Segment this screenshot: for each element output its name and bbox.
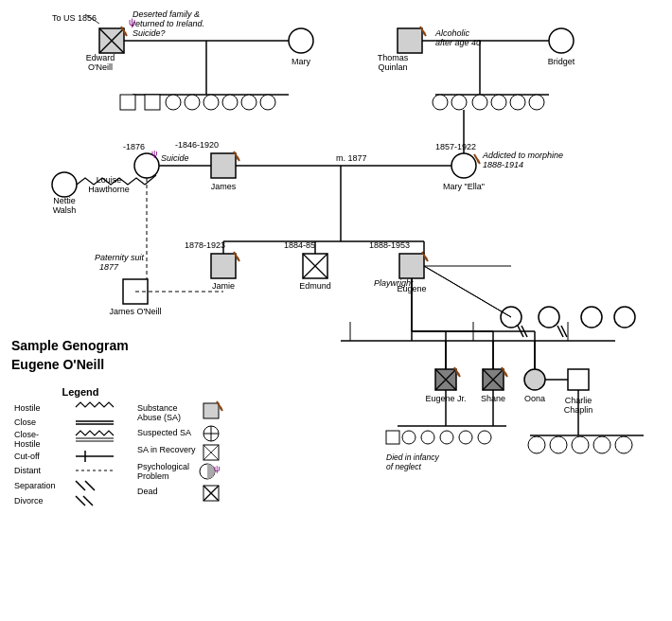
svg-text:Hostile: Hostile — [14, 403, 41, 413]
svg-text:Eugene O'Neill: Eugene O'Neill — [11, 357, 104, 372]
svg-text:1884-85: 1884-85 — [284, 240, 315, 250]
svg-rect-29 — [120, 95, 135, 110]
svg-point-44 — [529, 95, 544, 110]
svg-text:Mary: Mary — [292, 57, 310, 66]
svg-text:1878-1923: 1878-1923 — [185, 240, 225, 250]
svg-text:returned to Ireland.: returned to Ireland. — [133, 19, 204, 28]
svg-text:O'Neill: O'Neill — [88, 62, 113, 72]
svg-text:Edward: Edward — [86, 53, 115, 62]
svg-text:Paternity suit: Paternity suit — [95, 253, 145, 262]
svg-text:Hostile: Hostile — [14, 439, 41, 449]
svg-text:ψ: ψ — [151, 149, 157, 158]
svg-point-133 — [550, 436, 567, 453]
svg-point-123 — [524, 369, 545, 390]
svg-text:Abuse (SA): Abuse (SA) — [137, 413, 181, 422]
svg-point-135 — [593, 436, 610, 453]
svg-point-15 — [289, 28, 313, 53]
svg-rect-0 — [0, 0, 672, 621]
svg-text:Quinlan: Quinlan — [378, 62, 407, 72]
svg-point-35 — [241, 95, 256, 110]
svg-rect-171 — [203, 403, 219, 418]
svg-point-141 — [402, 431, 416, 444]
svg-point-36 — [260, 95, 275, 110]
svg-text:To US 1856: To US 1856 — [52, 13, 97, 23]
svg-rect-140 — [386, 431, 399, 444]
svg-text:Cut-off: Cut-off — [14, 452, 40, 461]
svg-text:Close: Close — [14, 417, 36, 427]
svg-text:James: James — [211, 182, 237, 191]
svg-text:ψ: ψ — [214, 464, 220, 473]
svg-point-32 — [185, 95, 200, 110]
svg-point-40 — [451, 95, 467, 110]
svg-rect-126 — [568, 369, 589, 390]
svg-text:-1876: -1876 — [123, 142, 145, 151]
svg-rect-90 — [399, 254, 424, 278]
svg-text:Close-: Close- — [14, 430, 39, 439]
svg-text:-1846-1920: -1846-1920 — [175, 140, 219, 150]
svg-point-136 — [615, 436, 632, 453]
svg-point-145 — [478, 431, 491, 444]
svg-point-142 — [421, 431, 434, 444]
svg-text:Divorce: Divorce — [14, 496, 44, 506]
svg-point-144 — [459, 431, 472, 444]
svg-text:m. 1877: m. 1877 — [336, 153, 367, 163]
svg-point-42 — [491, 95, 506, 110]
svg-text:Thomas: Thomas — [378, 53, 409, 62]
svg-text:Distant: Distant — [14, 466, 42, 475]
svg-text:Psychological: Psychological — [137, 462, 189, 471]
svg-point-41 — [472, 95, 487, 110]
svg-point-25 — [549, 28, 574, 53]
svg-text:Alcoholic: Alcoholic — [434, 28, 470, 38]
svg-text:Mary "Ella": Mary "Ella" — [443, 182, 485, 191]
svg-text:Sample Genogram: Sample Genogram — [11, 338, 129, 353]
svg-point-43 — [510, 95, 525, 110]
svg-text:1888-1953: 1888-1953 — [369, 240, 410, 250]
svg-text:1877: 1877 — [99, 262, 119, 272]
svg-point-34 — [222, 95, 238, 110]
svg-text:Problem: Problem — [137, 471, 169, 481]
svg-text:SA in Recovery: SA in Recovery — [137, 445, 196, 454]
svg-point-143 — [440, 431, 453, 444]
svg-text:Hawthorne: Hawthorne — [88, 185, 130, 194]
svg-text:Legend: Legend — [62, 386, 98, 398]
svg-text:Suicide: Suicide — [161, 153, 189, 163]
genogram-container: To US 1856 Deserted family & returned to… — [0, 0, 672, 621]
svg-text:Separation: Separation — [14, 481, 56, 490]
svg-text:Walsh: Walsh — [53, 205, 77, 215]
svg-rect-78 — [211, 254, 236, 278]
svg-text:Addicted to morphine: Addicted to morphine — [482, 151, 563, 160]
svg-text:ψ: ψ — [129, 17, 135, 27]
svg-point-33 — [203, 95, 219, 110]
svg-text:Dead: Dead — [137, 487, 158, 496]
svg-text:Bridget: Bridget — [548, 57, 575, 66]
svg-text:Edmund: Edmund — [299, 281, 331, 291]
svg-text:1857-1922: 1857-1922 — [435, 142, 476, 151]
svg-point-51 — [52, 172, 77, 197]
svg-rect-17 — [398, 28, 422, 53]
svg-text:Jamie: Jamie — [212, 281, 235, 291]
svg-text:Deserted family &: Deserted family & — [133, 9, 200, 19]
svg-point-132 — [528, 436, 545, 453]
svg-point-105 — [581, 307, 602, 328]
svg-text:after age 40: after age 40 — [435, 38, 481, 47]
svg-text:Substance: Substance — [137, 403, 178, 413]
svg-point-39 — [433, 95, 448, 110]
svg-rect-30 — [145, 95, 160, 110]
svg-text:of neglect: of neglect — [386, 462, 421, 471]
svg-point-134 — [572, 436, 589, 453]
svg-text:1888-1914: 1888-1914 — [483, 160, 523, 169]
svg-text:Died in infancy: Died in infancy — [386, 452, 440, 462]
svg-point-104 — [539, 307, 559, 328]
svg-text:Nettie: Nettie — [53, 196, 76, 205]
svg-point-106 — [614, 307, 635, 328]
svg-text:Suspected SA: Suspected SA — [137, 428, 191, 437]
svg-text:James O'Neill: James O'Neill — [109, 307, 161, 316]
svg-text:Suicide?: Suicide? — [133, 28, 166, 38]
svg-rect-54 — [211, 153, 236, 178]
svg-text:Oona: Oona — [524, 394, 545, 403]
svg-point-31 — [166, 95, 181, 110]
svg-point-61 — [451, 153, 476, 178]
